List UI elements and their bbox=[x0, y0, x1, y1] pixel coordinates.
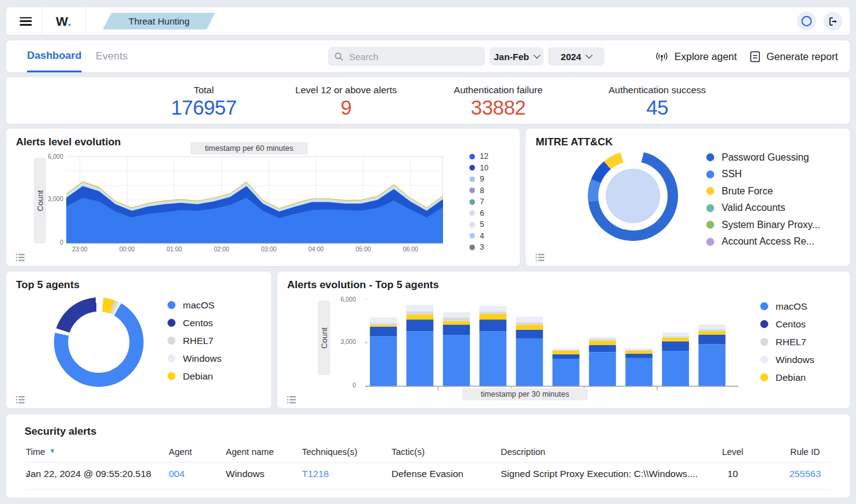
legend-item-12[interactable]: 12 bbox=[469, 151, 488, 162]
legend-dot bbox=[469, 154, 475, 159]
column-header-level: Level bbox=[715, 447, 750, 457]
column-header-time[interactable]: Time▼ bbox=[26, 447, 45, 457]
legend-item-centos[interactable]: Centos bbox=[760, 315, 814, 333]
legend-item-password-guessing[interactable]: Password Guessing bbox=[706, 149, 820, 166]
legend-item-windows[interactable]: Windows bbox=[760, 351, 814, 368]
stat-label: Authentication success bbox=[590, 85, 725, 96]
expand-row-icon[interactable]: › bbox=[26, 468, 29, 479]
legend-label: Debian bbox=[183, 371, 213, 382]
month-filter-select[interactable]: Jan-Feb bbox=[490, 47, 544, 66]
tab-dashboard[interactable]: Dashboard bbox=[27, 40, 82, 72]
bar-segment-debian bbox=[625, 351, 652, 354]
bar-segment-windows bbox=[406, 305, 433, 312]
legend-item-account-access-re[interactable]: Account Access Re... bbox=[706, 234, 820, 251]
cell-rule-id[interactable]: 255563 bbox=[774, 468, 836, 479]
legend-item-ssh[interactable]: SSH bbox=[706, 166, 820, 183]
explore-agent-button[interactable]: Explore agent bbox=[655, 40, 737, 72]
panel-alerts-level-evolution: Alerts level evolution timestamp per 60 … bbox=[6, 129, 520, 266]
bar-segment-rhel7 bbox=[370, 323, 397, 325]
legend-item-10[interactable]: 10 bbox=[469, 162, 488, 174]
divider bbox=[42, 7, 42, 35]
x-tick: 03:00 bbox=[258, 246, 279, 253]
legend-label: 9 bbox=[480, 175, 484, 183]
legend-item-rhel7[interactable]: RHEL7 bbox=[168, 332, 222, 349]
threat-hunting-dashboard: W. Threat Hunting Dashboard Events Jan-F bbox=[0, 0, 856, 504]
legend-dot bbox=[469, 199, 475, 205]
legend-item-5[interactable]: 5 bbox=[469, 219, 488, 231]
cell-techniques-s[interactable]: T1218 bbox=[302, 468, 329, 479]
bar-segment-macos bbox=[698, 344, 725, 386]
legend-label: Password Guessing bbox=[722, 152, 809, 163]
status-ring-icon bbox=[801, 16, 812, 26]
breadcrumb[interactable]: Threat Hunting bbox=[103, 13, 215, 29]
panel-options-icon[interactable] bbox=[287, 396, 296, 403]
wazuh-logo[interactable]: W. bbox=[56, 14, 72, 29]
logout-button[interactable] bbox=[823, 12, 843, 31]
bar-segment-debian bbox=[516, 324, 543, 329]
legend-label: Windows bbox=[776, 354, 814, 365]
panel-options-icon[interactable] bbox=[16, 396, 25, 403]
legend-item-debian[interactable]: Debian bbox=[760, 368, 814, 386]
legend-item-8[interactable]: 8 bbox=[469, 185, 488, 197]
y-tick: 3,000 bbox=[337, 338, 356, 345]
legend-dot bbox=[469, 245, 475, 250]
year-filter-select[interactable]: 2024 bbox=[548, 47, 604, 66]
bar-segment-macos bbox=[370, 336, 397, 386]
legend-label: Brute Force bbox=[722, 186, 773, 197]
legend-item-valid-accounts[interactable]: Valid Accounts bbox=[706, 200, 820, 217]
legend-label: Centos bbox=[183, 318, 213, 329]
menu-icon[interactable] bbox=[20, 17, 32, 26]
legend-item-4[interactable]: 4 bbox=[469, 231, 488, 242]
legend-dot bbox=[706, 170, 714, 178]
divider bbox=[25, 489, 831, 490]
legend-item-macos[interactable]: macOS bbox=[760, 297, 814, 315]
legend-label: Windows bbox=[183, 353, 222, 364]
panel-alerts-evolution-top-5-agents: Alerts evolution - Top 5 agents Count 6,… bbox=[277, 272, 850, 408]
legend-item-centos[interactable]: Centos bbox=[168, 314, 222, 332]
bar-segment-debian bbox=[662, 338, 689, 342]
legend-item-windows[interactable]: Windows bbox=[168, 349, 222, 367]
y-tick: 0 bbox=[45, 239, 63, 246]
tab-events[interactable]: Events bbox=[96, 40, 128, 72]
stat-label: Level 12 or above alerts bbox=[279, 85, 414, 96]
legend-item-system-binary-proxy[interactable]: System Binary Proxy... bbox=[706, 216, 820, 234]
bar-segment-debian bbox=[443, 321, 470, 325]
cell-tactic-s: Defense Evasion bbox=[391, 468, 463, 479]
generate-report-button[interactable]: Generate report bbox=[750, 40, 838, 72]
legend-label: Account Access Re... bbox=[722, 236, 814, 247]
legend-item-brute-force[interactable]: Brute Force bbox=[706, 183, 820, 200]
legend-item-macos[interactable]: macOS bbox=[168, 296, 222, 314]
bar-segment-macos bbox=[662, 351, 689, 386]
mitre-donut-chart[interactable] bbox=[588, 151, 678, 241]
legend-label: 4 bbox=[480, 232, 484, 240]
x-tick: 00:00 bbox=[117, 246, 137, 253]
top-5-agents-donut-chart[interactable] bbox=[54, 297, 144, 387]
cell-description: Signed Script Proxy Execution: C:\\Windo… bbox=[501, 468, 698, 479]
bar-segment-centos bbox=[698, 335, 725, 344]
panel-options-icon[interactable] bbox=[16, 254, 25, 261]
legend-label: 10 bbox=[480, 164, 488, 172]
legend-label: 8 bbox=[480, 186, 484, 195]
column-header-rule-id: Rule ID bbox=[774, 447, 836, 457]
legend-item-9[interactable]: 9 bbox=[469, 174, 488, 185]
legend-dot bbox=[706, 238, 714, 246]
cell-level: 10 bbox=[715, 468, 750, 479]
cell-time: ›Jan 22, 2024 @ 09:55:20.518 bbox=[26, 468, 151, 479]
legend-item-3[interactable]: 3 bbox=[469, 242, 488, 253]
cell-agent[interactable]: 004 bbox=[169, 468, 185, 479]
legend-item-rhel7[interactable]: RHEL7 bbox=[760, 333, 814, 351]
bar-segment-macos bbox=[516, 338, 543, 386]
stat-value: 9 bbox=[279, 96, 414, 120]
legend-dot bbox=[168, 301, 175, 309]
bar-segment-rhel7 bbox=[479, 311, 506, 314]
legend-label: Valid Accounts bbox=[722, 202, 785, 213]
y-tick: 3,000 bbox=[45, 196, 63, 202]
legend-item-debian[interactable]: Debian bbox=[168, 367, 222, 385]
legend-item-6[interactable]: 6 bbox=[469, 208, 488, 220]
legend-item-7[interactable]: 7 bbox=[469, 196, 488, 208]
search-input[interactable] bbox=[348, 51, 479, 63]
panel-options-icon[interactable] bbox=[536, 254, 544, 261]
divider bbox=[25, 462, 831, 463]
app-status-button[interactable] bbox=[797, 12, 816, 31]
bar-segment-centos bbox=[589, 345, 616, 353]
